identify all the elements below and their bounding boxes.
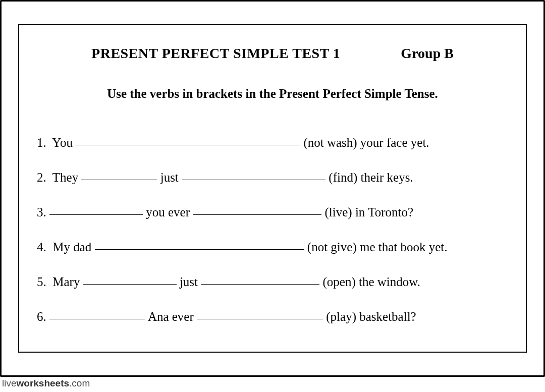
blank-input[interactable]	[81, 180, 157, 180]
footer-part2: worksheets	[17, 378, 70, 388]
blank-input[interactable]	[49, 319, 145, 319]
outer-border: PRESENT PERFECT SIMPLE TEST 1 Group B Us…	[0, 0, 545, 377]
instruction-text: Use the verbs in brackets in the Present…	[29, 87, 516, 101]
question-hint: (play) basketball?	[326, 310, 416, 323]
worksheet-title: PRESENT PERFECT SIMPLE TEST 1	[91, 45, 340, 62]
blank-input[interactable]	[201, 284, 319, 285]
blank-input[interactable]	[83, 284, 177, 285]
footer-part3: .com	[69, 378, 90, 388]
question-3: 3. you ever (live) in Toronto?	[37, 203, 516, 221]
question-pretext: They	[52, 171, 78, 184]
footer-part1: live	[2, 378, 17, 388]
blank-input[interactable]	[49, 214, 143, 215]
question-2: 2. They just (find) their keys.	[37, 169, 516, 186]
question-hint: (live) in Toronto?	[325, 205, 414, 219]
blank-input[interactable]	[197, 319, 323, 319]
question-4: 4. My dad (not give) me that book yet.	[37, 238, 516, 256]
question-6: 6. Ana ever (play) basketball?	[37, 308, 516, 325]
question-1: 1. You (not wash) your face yet.	[37, 134, 516, 151]
question-number: 3.	[37, 205, 46, 219]
question-number: 5.	[37, 275, 46, 289]
question-number: 4.	[37, 240, 46, 254]
header-row: PRESENT PERFECT SIMPLE TEST 1 Group B	[29, 45, 516, 62]
question-pretext: You	[52, 136, 73, 149]
question-midtext: just	[180, 275, 198, 289]
blank-input[interactable]	[76, 145, 300, 145]
question-hint: (open) the window.	[323, 275, 420, 289]
question-5: 5. Mary just (open) the window.	[37, 273, 516, 291]
question-hint: (not wash) your face yet.	[303, 136, 429, 149]
worksheet-box: PRESENT PERFECT SIMPLE TEST 1 Group B Us…	[18, 24, 527, 353]
question-number: 2.	[37, 171, 46, 184]
question-pretext: My dad	[52, 240, 91, 254]
question-midtext: you ever	[146, 205, 190, 219]
question-midtext: Ana ever	[148, 310, 194, 323]
blank-input[interactable]	[193, 214, 321, 215]
worksheet-group: Group B	[401, 45, 454, 62]
question-hint: (not give) me that book yet.	[307, 240, 448, 254]
question-midtext: just	[160, 171, 179, 184]
blank-input[interactable]	[95, 249, 304, 250]
questions-list: 1. You (not wash) your face yet. 2. They…	[29, 134, 516, 325]
blank-input[interactable]	[182, 180, 325, 180]
question-number: 6.	[37, 310, 46, 323]
footer-watermark: liveworksheets.com	[2, 378, 90, 389]
question-pretext: Mary	[52, 275, 80, 289]
question-number: 1.	[37, 136, 46, 149]
question-hint: (find) their keys.	[329, 171, 413, 184]
